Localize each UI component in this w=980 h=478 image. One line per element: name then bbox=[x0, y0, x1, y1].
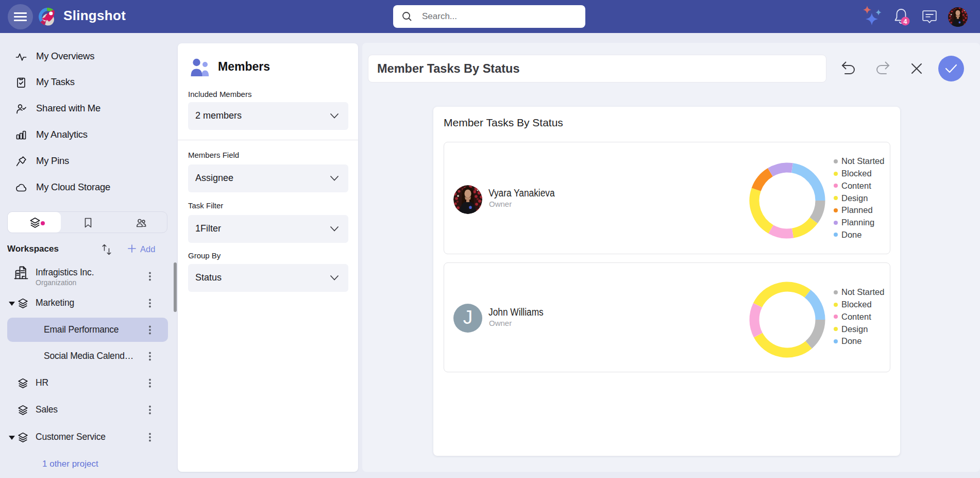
svg-text:4: 4 bbox=[904, 18, 907, 25]
